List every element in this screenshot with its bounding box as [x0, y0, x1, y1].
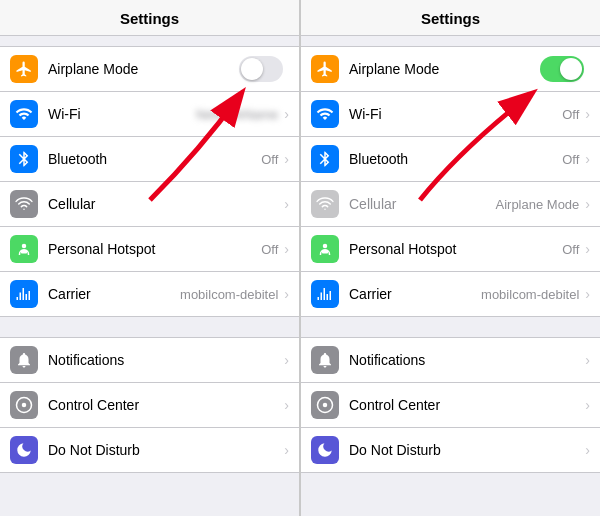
left-wifi-value: NetworkName: [196, 107, 278, 122]
left-hotspot-row[interactable]: Personal Hotspot Off ›: [0, 227, 299, 272]
left-panel-title: Settings: [0, 0, 299, 36]
right-cellular-icon: [311, 190, 339, 218]
right-notifications-label: Notifications: [349, 352, 583, 368]
left-hotspot-value: Off: [261, 242, 278, 257]
right-wifi-chevron: ›: [585, 106, 590, 122]
left-airplane-toggle[interactable]: [239, 56, 283, 82]
svg-point-0: [22, 244, 27, 249]
right-carrier-label: Carrier: [349, 286, 481, 302]
right-cellular-label: Cellular: [349, 196, 496, 212]
left-bluetooth-label: Bluetooth: [48, 151, 261, 167]
right-bluetooth-label: Bluetooth: [349, 151, 562, 167]
right-panel-title: Settings: [301, 0, 600, 36]
right-bluetooth-value: Off: [562, 152, 579, 167]
left-dnd-icon: [10, 436, 38, 464]
right-dnd-icon: [311, 436, 339, 464]
left-notifications-label: Notifications: [48, 352, 282, 368]
right-wifi-icon: [311, 100, 339, 128]
right-notifications-icon: [311, 346, 339, 374]
left-cellular-icon: [10, 190, 38, 218]
left-carrier-label: Carrier: [48, 286, 180, 302]
svg-point-7: [323, 403, 328, 408]
left-carrier-chevron: ›: [284, 286, 289, 302]
right-hotspot-value: Off: [562, 242, 579, 257]
right-airplane-icon: [311, 55, 339, 83]
right-dnd-row[interactable]: Do Not Disturb ›: [301, 428, 600, 472]
right-hotspot-chevron: ›: [585, 241, 590, 257]
left-dnd-label: Do Not Disturb: [48, 442, 282, 458]
right-wifi-label: Wi-Fi: [349, 106, 562, 122]
right-cellular-row[interactable]: Cellular Airplane Mode ›: [301, 182, 600, 227]
left-group-2: Notifications › Control Center › Do: [0, 337, 299, 473]
svg-rect-5: [322, 250, 328, 254]
right-wifi-value: Off: [562, 107, 579, 122]
left-control-center-icon: [10, 391, 38, 419]
left-notifications-chevron: ›: [284, 352, 289, 368]
left-notifications-row[interactable]: Notifications ›: [0, 338, 299, 383]
left-control-center-row[interactable]: Control Center ›: [0, 383, 299, 428]
right-panel: Settings Airplane Mode: [301, 0, 600, 516]
left-cellular-label: Cellular: [48, 196, 282, 212]
left-bluetooth-row[interactable]: Bluetooth Off ›: [0, 137, 299, 182]
right-airplane-label: Airplane Mode: [349, 61, 540, 77]
left-airplane-label: Airplane Mode: [48, 61, 239, 77]
right-dnd-label: Do Not Disturb: [349, 442, 583, 458]
left-wifi-row[interactable]: Wi-Fi NetworkName ›: [0, 92, 299, 137]
right-notifications-chevron: ›: [585, 352, 590, 368]
left-panel: Settings Airplane Mode: [0, 0, 299, 516]
right-control-center-row[interactable]: Control Center ›: [301, 383, 600, 428]
left-cellular-row[interactable]: Cellular ›: [0, 182, 299, 227]
left-bluetooth-icon: [10, 145, 38, 173]
left-carrier-icon: [10, 280, 38, 308]
left-dnd-chevron: ›: [284, 442, 289, 458]
right-group-1: Airplane Mode Wi-Fi Off ›: [301, 46, 600, 317]
left-wifi-icon: [10, 100, 38, 128]
left-wifi-label: Wi-Fi: [48, 106, 196, 122]
left-hotspot-chevron: ›: [284, 241, 289, 257]
left-dnd-row[interactable]: Do Not Disturb ›: [0, 428, 299, 472]
svg-point-4: [323, 244, 328, 249]
right-control-center-label: Control Center: [349, 397, 583, 413]
svg-rect-1: [21, 250, 27, 254]
right-control-center-chevron: ›: [585, 397, 590, 413]
left-group-1: Airplane Mode Wi-Fi NetworkName ›: [0, 46, 299, 317]
right-cellular-chevron: ›: [585, 196, 590, 212]
left-notifications-icon: [10, 346, 38, 374]
left-airplane-row[interactable]: Airplane Mode: [0, 47, 299, 92]
right-control-center-icon: [311, 391, 339, 419]
right-airplane-toggle[interactable]: [540, 56, 584, 82]
right-bluetooth-icon: [311, 145, 339, 173]
right-group-2: Notifications › Control Center › Do: [301, 337, 600, 473]
left-cellular-chevron: ›: [284, 196, 289, 212]
left-control-center-label: Control Center: [48, 397, 282, 413]
svg-point-3: [22, 403, 27, 408]
left-carrier-row[interactable]: Carrier mobilcom-debitel ›: [0, 272, 299, 316]
left-airplane-icon: [10, 55, 38, 83]
right-bluetooth-chevron: ›: [585, 151, 590, 167]
right-wifi-row[interactable]: Wi-Fi Off ›: [301, 92, 600, 137]
left-control-center-chevron: ›: [284, 397, 289, 413]
right-bluetooth-row[interactable]: Bluetooth Off ›: [301, 137, 600, 182]
right-dnd-chevron: ›: [585, 442, 590, 458]
left-wifi-chevron: ›: [284, 106, 289, 122]
right-carrier-chevron: ›: [585, 286, 590, 302]
left-hotspot-icon: [10, 235, 38, 263]
right-carrier-row[interactable]: Carrier mobilcom-debitel ›: [301, 272, 600, 316]
right-hotspot-icon: [311, 235, 339, 263]
right-notifications-row[interactable]: Notifications ›: [301, 338, 600, 383]
right-hotspot-row[interactable]: Personal Hotspot Off ›: [301, 227, 600, 272]
right-airplane-row[interactable]: Airplane Mode: [301, 47, 600, 92]
right-carrier-icon: [311, 280, 339, 308]
left-bluetooth-value: Off: [261, 152, 278, 167]
left-hotspot-label: Personal Hotspot: [48, 241, 261, 257]
right-hotspot-label: Personal Hotspot: [349, 241, 562, 257]
right-cellular-value: Airplane Mode: [496, 197, 580, 212]
left-carrier-value: mobilcom-debitel: [180, 287, 278, 302]
right-carrier-value: mobilcom-debitel: [481, 287, 579, 302]
left-bluetooth-chevron: ›: [284, 151, 289, 167]
